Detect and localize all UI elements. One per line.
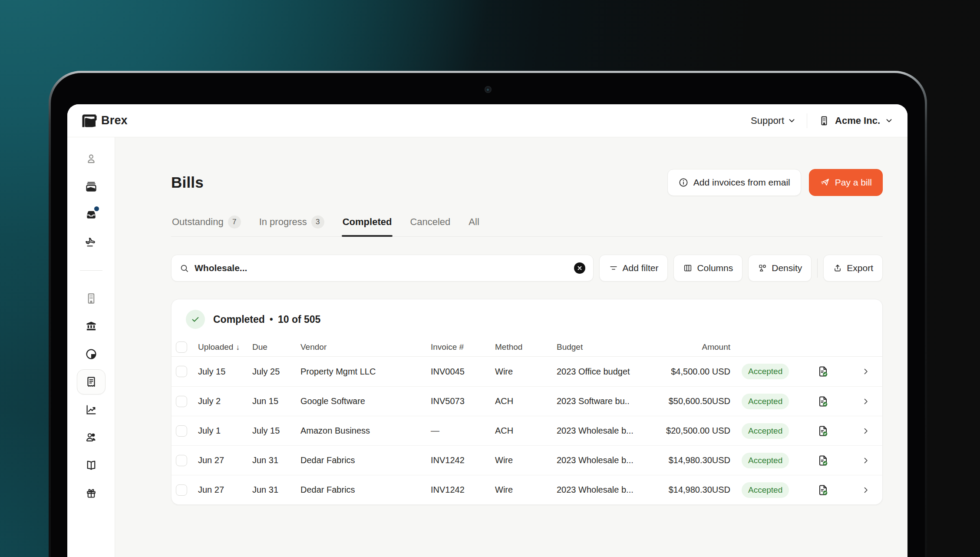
tab-label: All	[469, 216, 479, 228]
row-chevron-icon[interactable]	[841, 397, 882, 406]
invoice-document-icon[interactable]	[804, 395, 841, 408]
chevron-down-icon	[885, 117, 893, 124]
table-summary: Completed • 10 of 505	[172, 299, 882, 338]
tab-count-badge: 7	[228, 216, 241, 229]
sort-descending-icon: ↓	[236, 343, 240, 351]
people-icon	[85, 431, 98, 444]
laptop-bezel: Brex Support	[51, 73, 925, 557]
send-icon	[820, 177, 830, 188]
sidebar-item-cards[interactable]	[77, 173, 106, 201]
book-icon	[85, 459, 98, 472]
row-checkbox[interactable]	[176, 425, 187, 437]
notification-dot	[94, 206, 99, 211]
cell-budget: 2023 Wholesale b...	[557, 426, 657, 436]
org-switcher[interactable]: Acme Inc.	[818, 115, 893, 126]
column-vendor[interactable]: Vendor	[300, 342, 431, 352]
status-badge: Accepted	[742, 453, 789, 468]
cell-invoice: INV0045	[431, 367, 495, 377]
clear-search-icon[interactable]	[574, 262, 585, 274]
table-row[interactable]: July 15 July 25 Property Mgmt LLC INV004…	[172, 357, 882, 386]
column-uploaded[interactable]: Uploaded↓	[194, 342, 252, 352]
pay-a-bill-button[interactable]: Pay a bill	[809, 169, 883, 196]
sidebar-item-bank[interactable]	[77, 312, 106, 340]
brex-app-window: Brex Support	[67, 104, 907, 557]
row-chevron-icon[interactable]	[841, 427, 882, 435]
columns-button[interactable]: Columns	[673, 255, 742, 282]
row-chevron-icon[interactable]	[841, 456, 882, 465]
sidebar-item-resources[interactable]	[77, 451, 106, 479]
cell-amount: $50,600.50USD	[657, 396, 730, 406]
cell-vendor: Amazon Business	[300, 426, 431, 436]
tab-canceled[interactable]: Canceled	[409, 216, 451, 236]
add-invoices-button[interactable]: Add invoices from email	[667, 169, 801, 196]
sidebar-item-investments[interactable]	[77, 396, 106, 424]
sidebar-item-budgets[interactable]	[77, 340, 106, 368]
search-field[interactable]	[171, 255, 594, 282]
tab-in-progress[interactable]: In progress 3	[258, 216, 325, 236]
invoice-document-icon[interactable]	[804, 484, 841, 497]
table-row[interactable]: Jun 27 Jun 31 Dedar Fabrics INV1242 Wire…	[172, 475, 882, 504]
table-row[interactable]: July 1 July 15 Amazon Business — ACH 202…	[172, 416, 882, 445]
invoice-document-icon[interactable]	[804, 454, 841, 467]
cell-budget: 2023 Wholesale b...	[557, 485, 657, 495]
airplane-takeoff-icon	[85, 236, 98, 249]
tab-all[interactable]: All	[468, 216, 480, 236]
tab-label: In progress	[259, 216, 307, 228]
sidebar-navigation	[67, 137, 115, 557]
sidebar-item-bills[interactable]	[77, 369, 106, 395]
org-name: Acme Inc.	[835, 115, 880, 126]
cell-budget: 2023 Software bu..	[557, 396, 657, 406]
support-menu[interactable]: Support	[751, 115, 795, 126]
brex-logo[interactable]: Brex	[82, 114, 128, 127]
sidebar-item-user[interactable]	[77, 145, 106, 173]
table-row[interactable]: July 2 Jun 15 Google Software INV5073 AC…	[172, 386, 882, 416]
export-button[interactable]: Export	[823, 255, 883, 282]
cards-icon	[85, 180, 98, 193]
cell-amount: $20,500.00 USD	[657, 426, 730, 436]
row-chevron-icon[interactable]	[841, 486, 882, 494]
cell-uploaded: July 1	[194, 426, 252, 436]
summary-bullet: •	[270, 314, 273, 325]
sidebar-item-rewards[interactable]	[77, 479, 106, 507]
columns-label: Columns	[697, 263, 733, 273]
cell-due: July 25	[252, 367, 300, 377]
cell-invoice: INV1242	[431, 485, 495, 495]
sidebar-item-company[interactable]	[77, 285, 106, 312]
cell-budget: 2023 Office budget	[557, 367, 657, 377]
cell-method: ACH	[495, 426, 557, 436]
column-budget[interactable]: Budget	[557, 342, 657, 352]
tab-completed[interactable]: Completed	[342, 216, 393, 236]
cell-amount: $14,980.30USD	[657, 485, 730, 495]
laptop-frame: Brex Support	[49, 71, 927, 557]
sidebar-item-travel[interactable]	[77, 229, 106, 256]
cell-budget: 2023 Wholesale b...	[557, 455, 657, 465]
column-method[interactable]: Method	[495, 342, 557, 352]
cell-uploaded: July 2	[194, 396, 252, 406]
row-checkbox[interactable]	[176, 366, 187, 377]
cell-due: Jun 15	[252, 396, 300, 406]
table-row[interactable]: Jun 27 Jun 31 Dedar Fabrics INV1242 Wire…	[172, 445, 882, 475]
export-icon	[833, 263, 842, 273]
cell-vendor: Property Mgmt LLC	[300, 367, 431, 377]
bills-tabs: Outstanding 7 In progress 3 Completed	[171, 216, 883, 237]
row-checkbox[interactable]	[176, 455, 187, 466]
invoice-document-icon[interactable]	[804, 424, 841, 438]
column-amount[interactable]: Amount	[657, 342, 730, 352]
column-invoice[interactable]: Invoice #	[431, 342, 495, 352]
select-all-checkbox[interactable]	[176, 341, 187, 353]
page-title: Bills	[171, 174, 204, 191]
sidebar-item-team[interactable]	[77, 424, 106, 451]
row-checkbox[interactable]	[176, 396, 187, 407]
add-filter-button[interactable]: Add filter	[599, 255, 668, 282]
row-checkbox[interactable]	[176, 484, 187, 496]
column-due[interactable]: Due	[252, 342, 300, 352]
sidebar-item-inbox[interactable]	[77, 201, 106, 229]
invoice-document-icon[interactable]	[804, 365, 841, 378]
tab-outstanding[interactable]: Outstanding 7	[171, 216, 242, 236]
search-input[interactable]	[195, 263, 569, 273]
search-icon	[179, 263, 189, 273]
status-badge: Accepted	[742, 394, 789, 409]
row-chevron-icon[interactable]	[841, 367, 882, 376]
chevron-down-icon	[788, 117, 795, 124]
density-button[interactable]: Density	[748, 255, 812, 282]
